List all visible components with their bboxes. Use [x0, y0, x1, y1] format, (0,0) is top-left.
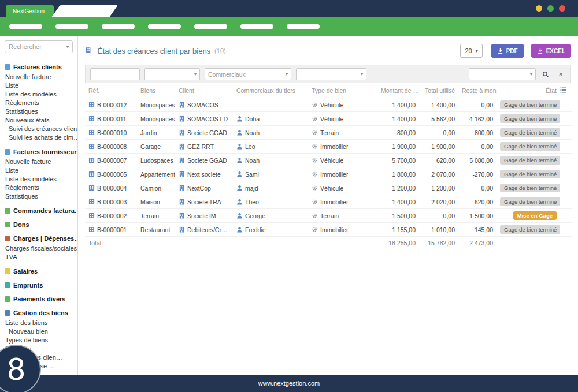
sidebar-item[interactable]: Suivi des créances client [5, 124, 75, 133]
menubar-item-pill[interactable] [102, 24, 135, 29]
table-row[interactable]: B-0000011MonospacesSOMACOS LDDohaVéhicul… [85, 112, 572, 126]
sidebar-section-8[interactable]: Gestion des biens [5, 309, 75, 316]
footer-url: www.nextgestion.com [258, 380, 320, 387]
reste-cell: 0,00 [458, 140, 497, 154]
window-dot-red[interactable] [559, 5, 565, 12]
menubar-item-pill[interactable] [240, 24, 273, 29]
filter-biens-select[interactable]: ▾ [144, 68, 200, 80]
list-view-icon[interactable] [560, 83, 572, 98]
filter-commercial-select[interactable]: Commerciaux ▾ [205, 68, 291, 80]
supplier-invoice-icon [5, 149, 10, 155]
gear-icon [312, 115, 318, 122]
sidebar-section-2[interactable]: Commandes factura… [5, 207, 75, 214]
sidebar-section-3[interactable]: Dons [5, 221, 75, 228]
company-icon [179, 102, 185, 108]
sidebar-item[interactable]: Règlements [5, 183, 75, 192]
table-row[interactable]: B-0000005AppartementNext societeSamiImmo… [85, 167, 572, 181]
ref-cell: B-0000007 [97, 157, 127, 164]
col-montant[interactable]: Montant de … [377, 83, 419, 98]
filter-type-select[interactable]: ▾ [296, 68, 366, 80]
col-biens[interactable]: Biens [137, 83, 175, 98]
menubar-item-pill[interactable] [287, 24, 320, 29]
ref-cell: B-0000005 [97, 171, 127, 178]
asset-icon [88, 157, 95, 163]
chevron-down-icon: ▾ [194, 72, 197, 77]
utilise-cell: 0,00 [419, 126, 458, 140]
sidebar-item[interactable]: Liste des modèles [5, 89, 75, 98]
sidebar-section-7[interactable]: Paiements divers [5, 296, 75, 303]
loans-icon [5, 282, 10, 288]
download-icon [537, 48, 543, 54]
table-row[interactable]: B-0000008GarageGEZ RRTLeoImmobilier1 900… [85, 140, 572, 154]
sidebar-item[interactable]: Nouvelle facture [5, 72, 75, 81]
sidebar-item[interactable]: Nouvelle facture [5, 157, 75, 166]
utilise-cell: 5 562,00 [419, 112, 458, 126]
sidebar-section-5[interactable]: Salaires [5, 268, 75, 275]
sidebar-section-label: Factures fournisseur [13, 148, 76, 155]
sidebar-search-select[interactable]: Rechercher ▾ [5, 40, 73, 53]
type-cell: Immobilier [320, 171, 348, 178]
menubar-item-pill[interactable] [55, 24, 88, 29]
total-utilise: 15 782,00 [419, 237, 458, 250]
sidebar-item[interactable]: Liste des modèles [5, 174, 75, 183]
reste-cell: -620,00 [458, 195, 497, 209]
export-excel-button[interactable]: EXCEL [531, 44, 571, 58]
page-size-select[interactable]: 20 ▾ [460, 44, 482, 58]
sidebar-item[interactable]: Règlements [5, 98, 75, 107]
commercial-cell: Noah [245, 129, 260, 136]
bien-cell: Appartement [137, 167, 175, 181]
sidebar-item[interactable]: Charges fiscales/sociales [5, 244, 75, 252]
sidebar-section-1[interactable]: Factures fournisseur [5, 148, 75, 155]
clear-filters-icon[interactable]: × [555, 69, 566, 80]
main-menubar [0, 17, 578, 36]
gear-icon [312, 185, 318, 191]
sidebar-item[interactable]: Nouveaux états [5, 115, 75, 124]
col-reste[interactable]: Reste à mon… [458, 83, 497, 98]
col-type[interactable]: Type de bien [308, 83, 377, 98]
filter-etat-select[interactable]: ▾ [469, 68, 536, 80]
table-row[interactable]: B-0000003MaisonSociete TRATheoImmobilier… [85, 195, 572, 209]
table-row[interactable]: B-0000012MonospacesSOMACOSVéhicule1 400,… [85, 98, 572, 112]
sidebar-item[interactable]: Statistiques [5, 107, 75, 115]
sidebar-section-0[interactable]: Factures clients [5, 64, 75, 70]
brand-tab[interactable]: NextGestion [6, 5, 54, 17]
payments-icon [5, 296, 10, 302]
sidebar: Rechercher ▾ Factures clientsNouvelle fa… [0, 36, 78, 375]
col-ref[interactable]: Réf. [85, 83, 137, 98]
search-icon[interactable] [540, 69, 551, 80]
sidebar-item[interactable]: Suivi les achats de cim… [5, 133, 75, 141]
table-row[interactable]: B-0000001RestaurantDebiteurs/CrediteurFr… [85, 223, 572, 237]
sidebar-item[interactable]: Liste [5, 81, 75, 89]
sidebar-item[interactable]: TVA [5, 252, 75, 261]
ref-cell: B-0000010 [97, 129, 127, 136]
window-dot-green[interactable] [547, 5, 554, 12]
export-pdf-button[interactable]: PDF [491, 44, 524, 58]
col-commerciaux[interactable]: Commerciaux du tiers [233, 83, 308, 98]
window-dot-yellow[interactable] [536, 5, 542, 12]
commercial-cell: Theo [245, 199, 259, 206]
col-client[interactable]: Client [175, 83, 233, 98]
sidebar-section-6[interactable]: Emprunts [5, 282, 75, 289]
table-row[interactable]: B-0000002TerrainSociete IMGeorgeTerrain1… [85, 209, 572, 223]
status-badge: Gage de bien terminé [500, 197, 560, 206]
sidebar-item[interactable]: Nouveau bien [5, 327, 75, 335]
table-row[interactable]: B-0000010JardinSociete GGADNoahTerrain80… [85, 126, 572, 140]
bien-cell: Garage [137, 140, 175, 154]
sidebar-item[interactable]: Types de biens [5, 335, 75, 344]
col-etat[interactable]: État [497, 83, 560, 98]
sidebar-item[interactable]: Liste [5, 166, 75, 174]
company-icon [179, 143, 185, 150]
filter-ref-input[interactable] [90, 68, 140, 80]
menubar-item-pill[interactable] [194, 24, 227, 29]
status-badge: Gage de bien terminé [500, 142, 560, 151]
sidebar-menu: Factures clientsNouvelle factureListeLis… [0, 55, 77, 370]
col-total-utilise[interactable]: Total utilisé [419, 83, 458, 98]
creances-table: Réf. Biens Client Commerciaux du tiers T… [85, 83, 572, 249]
sidebar-section-4[interactable]: Charges | Dépenses… [5, 235, 75, 242]
sidebar-item[interactable]: Statistiques [5, 192, 75, 200]
sidebar-item[interactable]: Liste des biens [5, 318, 75, 327]
table-row[interactable]: B-0000004CamionNextCopmajdVéhicule1 200,… [85, 181, 572, 195]
table-row[interactable]: B-0000007LudospacesSociete GGADNoahVéhic… [85, 154, 572, 167]
menubar-item-pill[interactable] [9, 24, 42, 29]
menubar-item-pill[interactable] [148, 24, 181, 29]
